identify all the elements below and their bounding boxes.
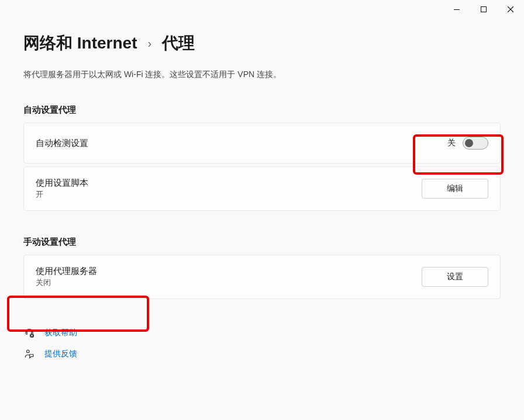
- setup-script-card: 使用设置脚本 开 编辑: [23, 166, 501, 211]
- feedback-link[interactable]: 提供反馈: [44, 349, 77, 359]
- help-icon: [23, 327, 35, 339]
- svg-rect-0: [454, 9, 460, 10]
- auto-detect-toggle-group: 关: [447, 137, 488, 150]
- auto-detect-card: 自动检测设置 关: [23, 123, 501, 164]
- section-title-auto: 自动设置代理: [23, 105, 501, 116]
- breadcrumb-parent[interactable]: 网络和 Internet: [23, 32, 137, 54]
- feedback-icon: [23, 348, 35, 360]
- chevron-right-icon: ›: [147, 37, 151, 50]
- feedback-link-row: 提供反馈: [23, 348, 501, 360]
- auto-detect-label: 自动检测设置: [36, 138, 88, 149]
- breadcrumb: 网络和 Internet › 代理: [23, 32, 501, 54]
- auto-detect-toggle[interactable]: [463, 137, 488, 150]
- section-title-manual: 手动设置代理: [23, 237, 501, 248]
- setup-script-status: 开: [36, 189, 88, 200]
- setup-script-label: 使用设置脚本: [36, 178, 88, 189]
- proxy-server-status: 关闭: [36, 277, 97, 288]
- close-button[interactable]: [497, 0, 524, 19]
- settings-button[interactable]: 设置: [422, 267, 488, 287]
- breadcrumb-current: 代理: [162, 32, 195, 54]
- maximize-button[interactable]: [470, 0, 497, 19]
- help-link[interactable]: 获取帮助: [44, 328, 77, 338]
- window-controls: [443, 0, 524, 19]
- proxy-server-card: 使用代理服务器 关闭 设置: [23, 255, 501, 299]
- svg-rect-1: [481, 7, 487, 12]
- edit-button[interactable]: 编辑: [422, 179, 488, 199]
- help-link-row: 获取帮助: [23, 327, 501, 339]
- toggle-state-label: 关: [447, 138, 456, 148]
- svg-point-3: [27, 350, 30, 353]
- proxy-server-label: 使用代理服务器: [36, 266, 97, 277]
- minimize-button[interactable]: [443, 0, 470, 19]
- page-description: 将代理服务器用于以太网或 Wi-Fi 连接。这些设置不适用于 VPN 连接。: [23, 70, 501, 80]
